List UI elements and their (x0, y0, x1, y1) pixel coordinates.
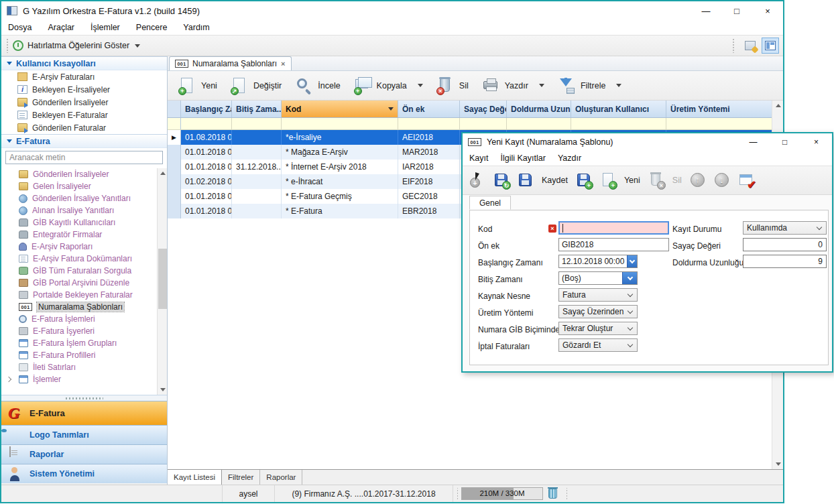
filter-cell[interactable] (666, 118, 772, 129)
banner-raporlar[interactable]: Raporlar (1, 444, 167, 464)
shortcut-gonderilen-faturalar[interactable]: Gönderilen Faturalar (1, 121, 167, 134)
reminder-caret-icon[interactable] (135, 44, 140, 48)
sayac-degeri-input[interactable]: 0 (743, 238, 827, 251)
tree-item-efatura-islem-gruplari[interactable]: E-Fatura İşlem Grupları (1, 337, 167, 349)
tree-item-efatura-isyerleri[interactable]: E-Fatura İşyerleri (1, 325, 167, 337)
menu-yardim[interactable]: Yardım (183, 23, 209, 32)
tree-item-earsiv-fatura-dokumanlari[interactable]: E-Arşiv Fatura Dokümanları (1, 253, 167, 265)
filter-cell[interactable] (398, 118, 460, 129)
save-new-button[interactable]: + (576, 172, 592, 188)
tree-item-gib-portal-arsivini-duzenle[interactable]: GİB Portal Arşivini Düzenle (1, 277, 167, 289)
tab-genel[interactable]: Genel (469, 196, 511, 210)
tree-item-entegrator-firmalar[interactable]: Entegratör Firmalar (1, 229, 167, 241)
tree-item-numaralama-sablonlari[interactable]: 001Numaralama Şablonları (1, 301, 167, 313)
shortcut-bekleyen-efaturalar[interactable]: Bekleyen E-Faturalar (1, 109, 167, 121)
datepicker-dropdown-icon[interactable] (622, 272, 637, 284)
search-input[interactable] (5, 151, 163, 164)
banner-logo-tanimlari[interactable]: Logo Tanımları (1, 425, 167, 444)
filter-cell[interactable] (507, 118, 571, 129)
shortcut-earsiv-faturalari[interactable]: E-Arşiv Faturaları (1, 70, 167, 83)
tab-filtreler[interactable]: Filtreler (222, 470, 260, 485)
column-header-bitis[interactable]: Bitiş Zama... (232, 101, 282, 117)
tree-item-portalde-bekleyen-faturalar[interactable]: Portalde Bekleyen Faturalar (1, 289, 167, 301)
new-label[interactable]: Yeni (624, 176, 640, 185)
efatura-header[interactable]: E-Fatura (1, 134, 167, 148)
menu-islemler[interactable]: İşlemler (91, 23, 120, 32)
menu-araclar[interactable]: Araçlar (48, 23, 74, 32)
tree-item-gib-tum-faturalari-sorgula[interactable]: GİB Tüm Faturaları Sorgula (1, 265, 167, 277)
datepicker-dropdown-icon[interactable] (627, 255, 637, 267)
tab-raporlar[interactable]: Raporlar (260, 470, 302, 485)
save-refresh-button[interactable]: ↻ (493, 172, 510, 188)
shortcuts-header[interactable]: Kullanıcı Kısayolları (1, 56, 167, 70)
column-header-olusturan[interactable]: Oluşturan Kullanıcı (571, 101, 666, 117)
uretim-yontemi-select[interactable]: Sayaç Üzerinden (558, 305, 638, 318)
sil-button[interactable]: × Sil (436, 77, 469, 94)
reminder-button[interactable]: Hatırlatma Öğelerini Göster (27, 41, 129, 50)
yazdir-button[interactable]: Yazdır (482, 77, 544, 94)
scroll-up-icon[interactable] (772, 101, 784, 111)
yeni-button[interactable]: + Yeni (178, 77, 217, 94)
column-header-baslangic[interactable]: Başlangıç Za... (181, 101, 232, 117)
filtrele-caret-icon[interactable] (616, 84, 621, 87)
move-down-button[interactable]: ↓ (714, 172, 730, 188)
maximize-button[interactable]: □ (721, 1, 752, 20)
tree-item-gib-kayitli-kullanicilari[interactable]: GİB Kayıtlı Kullanıcıları (1, 216, 167, 229)
tree-item-earsiv-raporlari[interactable]: E-Arşiv Raporları (1, 241, 167, 253)
open-perspective-button[interactable] (741, 38, 759, 54)
column-header-uretim[interactable]: Üretim Yöntemi (666, 101, 772, 117)
dialog-menu-ilgili-kayitlar[interactable]: İlgili Kayıtlar (501, 153, 546, 163)
tree-item-gonderilen-irsaliyeler[interactable]: Gönderilen İrsaliyeler (1, 168, 167, 180)
kopyala-button[interactable]: + Kopyala (354, 77, 423, 94)
degistir-button[interactable]: ↗ Değiştir (231, 77, 282, 94)
column-header-sayac[interactable]: Sayaç Değeri (460, 101, 507, 117)
scroll-up-icon[interactable] (158, 168, 167, 178)
onek-input[interactable]: GIB2018 (558, 238, 669, 251)
scroll-down-icon[interactable] (158, 385, 167, 395)
kod-input[interactable] (558, 221, 669, 235)
column-header-onek[interactable]: Ön ek (398, 101, 460, 117)
filtrele-button[interactable]: Filtrele (558, 77, 622, 94)
expander-chevron-icon[interactable] (6, 377, 11, 382)
kayit-durumu-select[interactable]: Kullanımda (743, 221, 827, 235)
incele-button[interactable]: İncele (295, 77, 340, 94)
filter-cell[interactable] (181, 118, 232, 129)
baslangic-zamani-datepicker[interactable]: 12.10.2018 00:00 (558, 255, 638, 268)
tree-scroll-thumb[interactable] (158, 249, 167, 309)
bitis-zamani-datepicker[interactable]: (Boş) (558, 271, 638, 285)
approve-button[interactable]: ✔ (738, 172, 754, 188)
kopyala-caret-icon[interactable] (418, 84, 423, 87)
tree-item-efatura-islemleri[interactable]: E-Fatura İşlemleri (1, 313, 167, 325)
toolbar-grip[interactable] (5, 38, 9, 53)
iptal-faturalari-select[interactable]: Gözardı Et (558, 338, 638, 352)
tree-scrollbar[interactable] (157, 168, 167, 395)
save-button[interactable] (518, 172, 534, 188)
banner-sistem-yonetimi[interactable]: Sistem Yönetimi (1, 464, 167, 483)
tree-item-alinan-irsaliye-yanitlari[interactable]: Alınan İrsaliye Yanıtları (1, 204, 167, 216)
dialog-maximize-button[interactable]: □ (769, 133, 800, 151)
tab-kayit-listesi[interactable]: Kayıt Listesi (168, 470, 222, 485)
kaynak-nesne-select[interactable]: Fatura (558, 288, 638, 302)
tree-item-gonderilen-irsaliye-yanitlari[interactable]: Gönderilen İrsaliye Yanıtları (1, 192, 167, 204)
tree-item-islemler[interactable]: İşlemler (1, 373, 167, 385)
dialog-close-button[interactable]: × (800, 133, 832, 151)
filter-cell[interactable] (282, 118, 398, 129)
menu-pencere[interactable]: Pencere (136, 23, 168, 32)
menu-dosya[interactable]: Dosya (8, 23, 32, 32)
tree-item-gelen-irsaliyeler[interactable]: Gelen İrsaliyeler (1, 180, 167, 192)
filter-cell[interactable] (232, 118, 282, 129)
tree-item-efatura-profilleri[interactable]: E-Fatura Profilleri (1, 349, 167, 361)
scroll-down-icon[interactable] (772, 459, 784, 469)
sidebar-splitter[interactable] (1, 395, 167, 401)
shortcut-bekleyen-eirsaliyeler[interactable]: Bekleyen E-İrsaliyeler (1, 83, 167, 96)
dialog-menu-kayit[interactable]: Kayıt (469, 153, 489, 163)
tab-numaralama-sablonlari[interactable]: 001 Numaralama Şablonları × (169, 56, 292, 70)
dialog-minimize-button[interactable]: — (737, 133, 769, 151)
layout-view-button[interactable] (762, 38, 779, 54)
filter-cell[interactable] (460, 118, 507, 129)
garbage-collect-icon[interactable] (548, 489, 557, 499)
banner-efatura[interactable]: G E-Fatura (1, 401, 167, 425)
yazdir-caret-icon[interactable] (539, 84, 544, 87)
toolbar-right-grip[interactable] (731, 38, 735, 53)
new-record-button[interactable]: + (600, 172, 616, 188)
